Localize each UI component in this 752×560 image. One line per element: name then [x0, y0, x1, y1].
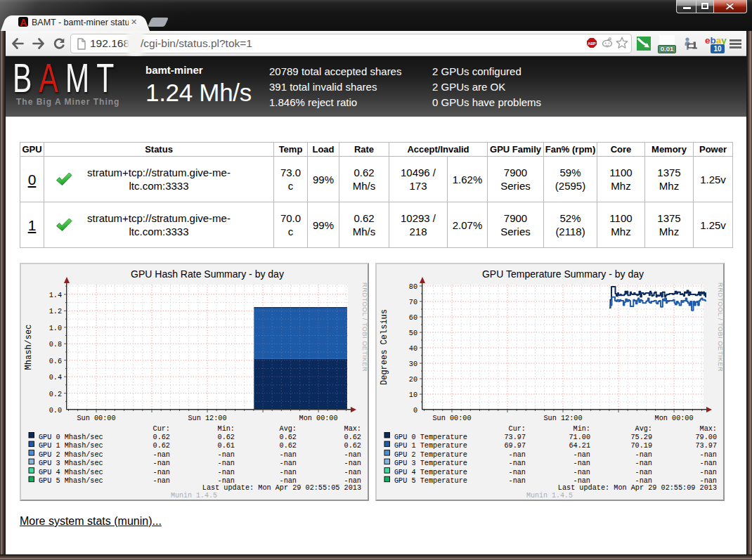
svg-text:-nan: -nan — [573, 460, 590, 467]
svg-text:73.97: 73.97 — [504, 434, 526, 441]
svg-text:Last update: Mon Apr 29 02:55:: Last update: Mon Apr 29 02:55:05 2013 — [202, 484, 361, 492]
svg-text:-nan: -nan — [344, 460, 361, 467]
svg-text:60: 60 — [409, 314, 417, 322]
svg-text:71.00: 71.00 — [569, 434, 590, 441]
svg-text:-nan: -nan — [153, 460, 170, 467]
svg-text:0.4: 0.4 — [49, 374, 62, 382]
svg-text:-nan: -nan — [635, 460, 652, 467]
svg-text:-nan: -nan — [280, 460, 297, 467]
svg-text:0.6: 0.6 — [49, 358, 62, 365]
svg-text:64.21: 64.21 — [569, 442, 590, 450]
svg-text:10: 10 — [409, 391, 417, 399]
svg-text:Cur:: Cur: — [153, 425, 170, 433]
svg-text:GPU Hash Rate Summary - by day: GPU Hash Rate Summary - by day — [131, 268, 284, 280]
svg-text:-nan: -nan — [344, 451, 361, 459]
svg-text:80: 80 — [409, 283, 417, 291]
svg-text:-nan: -nan — [635, 451, 652, 459]
svg-text:Sun 00:00: Sun 00:00 — [432, 415, 471, 422]
svg-text:Max:: Max: — [700, 425, 717, 433]
svg-text:GPU 1 Temperature: GPU 1 Temperature — [394, 442, 467, 450]
svg-text:-nan: -nan — [635, 469, 652, 476]
svg-text:0.62: 0.62 — [153, 442, 170, 450]
svg-text:0.62: 0.62 — [280, 434, 297, 441]
svg-text:0.62: 0.62 — [280, 442, 297, 450]
svg-text:GPU 1 Mhash/sec: GPU 1 Mhash/sec — [39, 442, 103, 450]
svg-text:0.61: 0.61 — [218, 442, 235, 450]
svg-text:-nan: -nan — [509, 477, 526, 485]
svg-text:0.62: 0.62 — [344, 442, 361, 450]
svg-text:GPU 0 Temperature: GPU 0 Temperature — [394, 434, 467, 441]
svg-text:0.62: 0.62 — [344, 434, 361, 441]
svg-text:Avg:: Avg: — [280, 425, 297, 433]
svg-text:-nan: -nan — [218, 451, 235, 459]
svg-text:-nan: -nan — [153, 469, 170, 476]
svg-text:-nan: -nan — [509, 451, 526, 459]
svg-text:0.2: 0.2 — [49, 391, 62, 398]
svg-text:GPU 3 Mhash/sec: GPU 3 Mhash/sec — [39, 460, 103, 467]
svg-text:-nan: -nan — [153, 477, 170, 485]
svg-text:GPU 2 Mhash/sec: GPU 2 Mhash/sec — [39, 451, 103, 459]
svg-text:Mon 00:00: Mon 00:00 — [299, 415, 338, 422]
svg-text:ABP: ABP — [588, 41, 596, 46]
svg-text:0.8: 0.8 — [49, 341, 62, 349]
svg-text:69.97: 69.97 — [504, 442, 526, 450]
svg-text:Max:: Max: — [344, 425, 361, 433]
svg-text:GPU 3 Temperature: GPU 3 Temperature — [394, 460, 467, 467]
svg-text:0.0: 0.0 — [49, 407, 62, 415]
svg-text:Min:: Min: — [573, 425, 590, 433]
svg-text:70.19: 70.19 — [630, 442, 652, 450]
svg-text:-nan: -nan — [153, 451, 170, 459]
svg-text:50: 50 — [409, 330, 417, 337]
svg-text:20: 20 — [409, 376, 417, 384]
svg-text:GPU 4 Temperature: GPU 4 Temperature — [394, 469, 467, 476]
svg-text:-nan: -nan — [280, 451, 297, 459]
svg-text:-nan: -nan — [573, 469, 590, 476]
svg-text:RRDTOOL / TOBI OETIKER: RRDTOOL / TOBI OETIKER — [717, 282, 724, 372]
svg-text:0.62: 0.62 — [218, 434, 235, 441]
svg-text:70: 70 — [409, 299, 417, 306]
svg-text:79.00: 79.00 — [695, 434, 717, 441]
svg-text:Avg:: Avg: — [635, 425, 652, 433]
svg-text:-nan: -nan — [218, 460, 235, 467]
svg-text:-nan: -nan — [218, 469, 235, 476]
svg-text:30: 30 — [409, 360, 417, 368]
svg-text:0.62: 0.62 — [153, 434, 170, 441]
svg-text:1.0: 1.0 — [49, 325, 62, 332]
svg-text:Munin 1.4.5: Munin 1.4.5 — [171, 492, 217, 500]
svg-text:Min:: Min: — [218, 425, 235, 433]
svg-text:1.2: 1.2 — [49, 308, 62, 315]
svg-text:40: 40 — [409, 345, 417, 353]
svg-text:-nan: -nan — [573, 451, 590, 459]
svg-text:GPU 5 Temperature: GPU 5 Temperature — [394, 477, 467, 485]
svg-text:-nan: -nan — [700, 469, 717, 476]
svg-text:Sun 00:00: Sun 00:00 — [77, 415, 115, 422]
svg-text:Cur:: Cur: — [509, 425, 526, 433]
svg-text:-nan: -nan — [509, 469, 526, 476]
svg-text:-nan: -nan — [344, 469, 361, 476]
svg-text:75.29: 75.29 — [630, 434, 652, 441]
svg-text:Munin 1.4.5: Munin 1.4.5 — [526, 492, 573, 500]
svg-text:RRDTOOL / TOBI OETIKER: RRDTOOL / TOBI OETIKER — [361, 282, 368, 372]
svg-text:0: 0 — [413, 407, 417, 415]
svg-text:GPU 4 Mhash/sec: GPU 4 Mhash/sec — [39, 469, 103, 476]
svg-text:GPU 2 Temperature: GPU 2 Temperature — [394, 451, 467, 459]
svg-text:Mhash/sec: Mhash/sec — [24, 325, 34, 370]
svg-text:-nan: -nan — [700, 451, 717, 459]
svg-text:Mon 00:00: Mon 00:00 — [655, 415, 694, 422]
svg-text:GPU 0 Mhash/sec: GPU 0 Mhash/sec — [39, 434, 103, 441]
svg-text:GPU 5 Mhash/sec: GPU 5 Mhash/sec — [39, 477, 103, 485]
svg-text:-nan: -nan — [509, 460, 526, 467]
svg-text:-nan: -nan — [280, 469, 297, 476]
svg-text:73.97: 73.97 — [695, 442, 717, 450]
svg-text:Sun 12:00: Sun 12:00 — [543, 415, 582, 422]
svg-text:1.4: 1.4 — [49, 292, 62, 299]
svg-text:Last update: Mon Apr 29 02:55:: Last update: Mon Apr 29 02:55:09 2013 — [558, 484, 717, 492]
svg-text:Sun 12:00: Sun 12:00 — [188, 415, 226, 422]
svg-text:-nan: -nan — [700, 460, 717, 467]
svg-text:Degrees Celsius: Degrees Celsius — [380, 309, 389, 385]
svg-text:GPU Temperature Summary - by d: GPU Temperature Summary - by day — [482, 268, 644, 280]
